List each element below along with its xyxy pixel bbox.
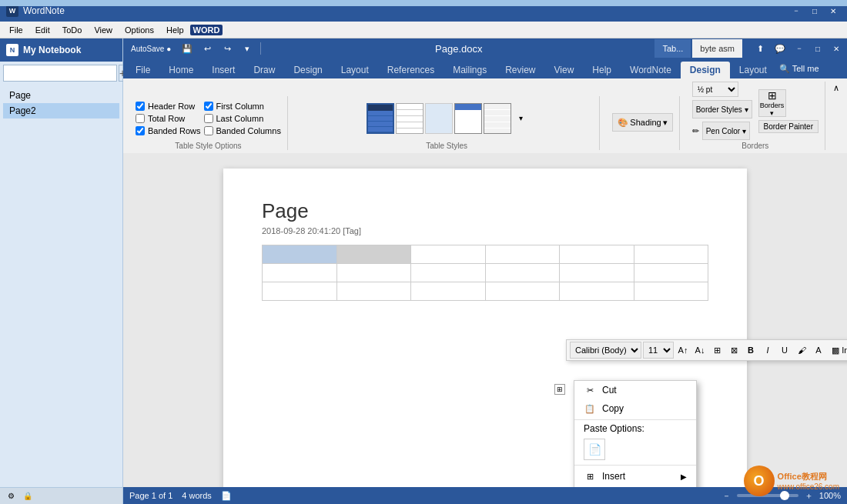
table-style-1[interactable] [367, 103, 394, 134]
header-row-checkbox[interactable]: Header Row [136, 102, 201, 111]
first-column-input[interactable] [204, 102, 213, 111]
tab-references[interactable]: References [378, 62, 444, 78]
shading-button[interactable]: 🎨 Shading ▾ [612, 113, 672, 132]
table-cell[interactable] [411, 245, 486, 264]
underline-button[interactable]: U [777, 342, 792, 358]
tab-mailings[interactable]: Mailings [444, 62, 496, 78]
paste-btn-1[interactable]: 📄 [584, 439, 605, 460]
menu-view[interactable]: View [88, 24, 119, 36]
tab-active[interactable]: byte asm [692, 39, 742, 58]
sidebar-item-page[interactable]: Page [3, 88, 119, 103]
borders-main-button[interactable]: ⊞ Borders ▾ [758, 89, 786, 117]
table-cell[interactable] [411, 282, 486, 301]
font-grow-button[interactable]: A↑ [675, 342, 691, 358]
settings-icon[interactable]: ⚙ [5, 490, 17, 502]
table-styles-more-button[interactable]: ▾ [514, 103, 527, 134]
close-button[interactable]: ✕ [825, 5, 841, 17]
tab-help[interactable]: Help [583, 62, 621, 78]
redo-button[interactable]: ↪ [219, 40, 236, 57]
pen-color-button[interactable]: Pen Color ▾ [702, 122, 750, 140]
table-cell[interactable] [485, 245, 560, 264]
word-share-button[interactable]: ⬆ [752, 40, 768, 57]
table-style-5[interactable] [484, 103, 511, 134]
ctx-cut[interactable]: ✂ Cut [574, 381, 696, 399]
table-opts-button[interactable]: ⊞ [709, 342, 725, 358]
table-cell[interactable] [263, 264, 337, 282]
table-cell[interactable] [485, 264, 560, 282]
menu-edit[interactable]: Edit [29, 24, 56, 36]
last-column-input[interactable] [204, 114, 213, 123]
border-painter-button[interactable]: Border Painter [758, 120, 819, 133]
table-cell[interactable] [560, 264, 634, 282]
total-row-checkbox[interactable]: Total Row [136, 114, 201, 123]
table-cell[interactable] [634, 282, 708, 301]
table-style-4[interactable] [454, 103, 482, 134]
table-cell[interactable] [634, 264, 708, 282]
sidebar-item-page2[interactable]: Page2 [3, 103, 119, 118]
table-cell[interactable] [336, 245, 411, 264]
table-cell[interactable] [336, 282, 411, 301]
font-size-select[interactable]: 11 [643, 342, 674, 359]
table-cell[interactable] [336, 264, 411, 282]
save-button[interactable]: 💾 [179, 40, 196, 57]
lock-icon[interactable]: 🔒 [22, 490, 34, 502]
table-cell[interactable] [485, 282, 560, 301]
tab-layout[interactable]: Layout [332, 62, 378, 78]
banded-rows-input[interactable] [136, 126, 145, 135]
last-column-checkbox[interactable]: Last Column [204, 114, 281, 123]
border-styles-button[interactable]: Border Styles ▾ [692, 100, 752, 118]
tab-layout-table[interactable]: Layout [730, 62, 776, 78]
banded-rows-checkbox[interactable]: Banded Rows [136, 126, 201, 135]
tab-design-table[interactable]: Design [681, 62, 730, 78]
search-input[interactable] [3, 65, 117, 82]
bold-button[interactable]: B [743, 342, 758, 358]
tab-view[interactable]: View [545, 62, 584, 78]
tab-design-doc[interactable]: Design [284, 62, 331, 78]
table-style-2[interactable] [396, 103, 424, 134]
table-handle[interactable]: ⊞ [554, 384, 565, 395]
table-cell[interactable] [560, 245, 634, 264]
first-column-checkbox[interactable]: First Column [204, 102, 281, 111]
menu-file[interactable]: File [3, 24, 29, 36]
table-cell[interactable] [634, 245, 708, 264]
tab-draw[interactable]: Draw [244, 62, 284, 78]
menu-todo[interactable]: ToDo [56, 24, 89, 36]
word-maximize-button[interactable]: □ [810, 42, 825, 55]
text-bg-button[interactable]: ▩ [828, 342, 843, 358]
font-shrink-button[interactable]: A↓ [692, 342, 708, 358]
table-cell[interactable] [560, 282, 634, 301]
menu-options[interactable]: Options [119, 24, 160, 36]
border-pt-select[interactable]: ½ pt 1 pt 1½ pt [692, 82, 738, 97]
ctx-copy[interactable]: 📋 Copy [574, 399, 696, 418]
font-color-button[interactable]: A [811, 342, 826, 358]
word-minimize-button[interactable]: － [792, 42, 807, 55]
menu-help[interactable]: Help [160, 24, 190, 36]
tab-wordnote[interactable]: WordNote [621, 62, 681, 78]
ctx-insert[interactable]: ⊞ Insert ▶ [574, 467, 696, 486]
table-style-3[interactable] [425, 103, 453, 134]
qa-dropdown-button[interactable]: ▾ [239, 40, 256, 57]
undo-button[interactable]: ↩ [199, 40, 216, 57]
minimize-button[interactable]: － [788, 5, 804, 17]
status-zoom-out[interactable]: － [722, 490, 731, 502]
tell-me-input[interactable]: 🔍 Tell me [779, 64, 819, 74]
tab-home[interactable]: Home [159, 62, 203, 78]
maximize-button[interactable]: □ [807, 5, 822, 17]
font-select[interactable]: Calibri (Body) [570, 342, 641, 359]
tab-insert[interactable]: Insert [203, 62, 244, 78]
italic-button[interactable]: I [760, 342, 775, 358]
table-cell[interactable] [411, 264, 486, 282]
banded-columns-checkbox[interactable]: Banded Columns [204, 126, 281, 135]
tab-file[interactable]: File [126, 62, 159, 78]
word-comment-button[interactable]: 💬 [772, 40, 788, 57]
ctx-delete-cells[interactable]: Delete Cells... [574, 486, 696, 487]
table-cell[interactable] [263, 282, 337, 301]
table-cell[interactable] [263, 245, 337, 264]
tab-review[interactable]: Review [496, 62, 544, 78]
ribbon-collapse-button[interactable]: ∧ [832, 82, 841, 95]
tab-byte-asm[interactable]: Tab... [654, 39, 691, 58]
eraser-button[interactable]: ⊠ [726, 342, 742, 358]
total-row-input[interactable] [136, 114, 145, 123]
banded-columns-input[interactable] [204, 126, 213, 135]
word-close-button[interactable]: ✕ [829, 42, 844, 55]
